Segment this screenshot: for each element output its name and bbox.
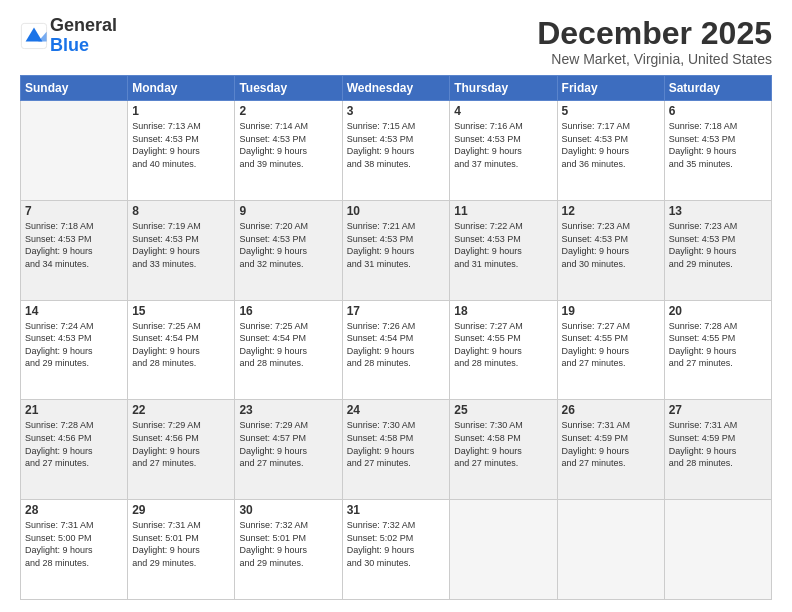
table-row: 10Sunrise: 7:21 AM Sunset: 4:53 PM Dayli… xyxy=(342,200,450,300)
table-row: 23Sunrise: 7:29 AM Sunset: 4:57 PM Dayli… xyxy=(235,400,342,500)
logo-icon xyxy=(20,22,48,50)
table-row: 21Sunrise: 7:28 AM Sunset: 4:56 PM Dayli… xyxy=(21,400,128,500)
calendar-week-row: 7Sunrise: 7:18 AM Sunset: 4:53 PM Daylig… xyxy=(21,200,772,300)
col-saturday: Saturday xyxy=(664,76,771,101)
day-number: 12 xyxy=(562,204,660,218)
table-row: 30Sunrise: 7:32 AM Sunset: 5:01 PM Dayli… xyxy=(235,500,342,600)
day-number: 13 xyxy=(669,204,767,218)
day-info: Sunrise: 7:31 AM Sunset: 4:59 PM Dayligh… xyxy=(669,419,767,469)
table-row: 7Sunrise: 7:18 AM Sunset: 4:53 PM Daylig… xyxy=(21,200,128,300)
day-number: 20 xyxy=(669,304,767,318)
day-info: Sunrise: 7:14 AM Sunset: 4:53 PM Dayligh… xyxy=(239,120,337,170)
table-row: 20Sunrise: 7:28 AM Sunset: 4:55 PM Dayli… xyxy=(664,300,771,400)
calendar-week-row: 28Sunrise: 7:31 AM Sunset: 5:00 PM Dayli… xyxy=(21,500,772,600)
day-info: Sunrise: 7:24 AM Sunset: 4:53 PM Dayligh… xyxy=(25,320,123,370)
table-row: 31Sunrise: 7:32 AM Sunset: 5:02 PM Dayli… xyxy=(342,500,450,600)
table-row: 1Sunrise: 7:13 AM Sunset: 4:53 PM Daylig… xyxy=(128,101,235,201)
day-number: 1 xyxy=(132,104,230,118)
day-info: Sunrise: 7:25 AM Sunset: 4:54 PM Dayligh… xyxy=(239,320,337,370)
col-sunday: Sunday xyxy=(21,76,128,101)
table-row: 15Sunrise: 7:25 AM Sunset: 4:54 PM Dayli… xyxy=(128,300,235,400)
day-info: Sunrise: 7:18 AM Sunset: 4:53 PM Dayligh… xyxy=(25,220,123,270)
table-row: 27Sunrise: 7:31 AM Sunset: 4:59 PM Dayli… xyxy=(664,400,771,500)
day-number: 19 xyxy=(562,304,660,318)
calendar-week-row: 1Sunrise: 7:13 AM Sunset: 4:53 PM Daylig… xyxy=(21,101,772,201)
table-row: 19Sunrise: 7:27 AM Sunset: 4:55 PM Dayli… xyxy=(557,300,664,400)
logo-general-text: General xyxy=(50,15,117,35)
day-number: 28 xyxy=(25,503,123,517)
calendar-table: Sunday Monday Tuesday Wednesday Thursday… xyxy=(20,75,772,600)
day-info: Sunrise: 7:27 AM Sunset: 4:55 PM Dayligh… xyxy=(454,320,552,370)
calendar-week-row: 21Sunrise: 7:28 AM Sunset: 4:56 PM Dayli… xyxy=(21,400,772,500)
table-row: 4Sunrise: 7:16 AM Sunset: 4:53 PM Daylig… xyxy=(450,101,557,201)
table-row: 28Sunrise: 7:31 AM Sunset: 5:00 PM Dayli… xyxy=(21,500,128,600)
table-row: 17Sunrise: 7:26 AM Sunset: 4:54 PM Dayli… xyxy=(342,300,450,400)
day-number: 8 xyxy=(132,204,230,218)
day-number: 9 xyxy=(239,204,337,218)
table-row xyxy=(21,101,128,201)
table-row: 25Sunrise: 7:30 AM Sunset: 4:58 PM Dayli… xyxy=(450,400,557,500)
day-number: 10 xyxy=(347,204,446,218)
day-info: Sunrise: 7:29 AM Sunset: 4:56 PM Dayligh… xyxy=(132,419,230,469)
table-row: 9Sunrise: 7:20 AM Sunset: 4:53 PM Daylig… xyxy=(235,200,342,300)
day-info: Sunrise: 7:22 AM Sunset: 4:53 PM Dayligh… xyxy=(454,220,552,270)
day-info: Sunrise: 7:13 AM Sunset: 4:53 PM Dayligh… xyxy=(132,120,230,170)
col-thursday: Thursday xyxy=(450,76,557,101)
day-info: Sunrise: 7:19 AM Sunset: 4:53 PM Dayligh… xyxy=(132,220,230,270)
day-number: 14 xyxy=(25,304,123,318)
day-number: 21 xyxy=(25,403,123,417)
table-row: 24Sunrise: 7:30 AM Sunset: 4:58 PM Dayli… xyxy=(342,400,450,500)
logo-blue-text: Blue xyxy=(50,35,89,55)
month-title: December 2025 xyxy=(537,16,772,51)
calendar-header-row: Sunday Monday Tuesday Wednesday Thursday… xyxy=(21,76,772,101)
table-row: 16Sunrise: 7:25 AM Sunset: 4:54 PM Dayli… xyxy=(235,300,342,400)
day-info: Sunrise: 7:15 AM Sunset: 4:53 PM Dayligh… xyxy=(347,120,446,170)
table-row: 2Sunrise: 7:14 AM Sunset: 4:53 PM Daylig… xyxy=(235,101,342,201)
day-info: Sunrise: 7:27 AM Sunset: 4:55 PM Dayligh… xyxy=(562,320,660,370)
day-info: Sunrise: 7:30 AM Sunset: 4:58 PM Dayligh… xyxy=(347,419,446,469)
day-info: Sunrise: 7:31 AM Sunset: 5:00 PM Dayligh… xyxy=(25,519,123,569)
day-info: Sunrise: 7:28 AM Sunset: 4:56 PM Dayligh… xyxy=(25,419,123,469)
col-monday: Monday xyxy=(128,76,235,101)
day-number: 18 xyxy=(454,304,552,318)
day-number: 24 xyxy=(347,403,446,417)
day-number: 7 xyxy=(25,204,123,218)
table-row xyxy=(450,500,557,600)
col-wednesday: Wednesday xyxy=(342,76,450,101)
table-row xyxy=(664,500,771,600)
day-number: 29 xyxy=(132,503,230,517)
day-info: Sunrise: 7:16 AM Sunset: 4:53 PM Dayligh… xyxy=(454,120,552,170)
day-info: Sunrise: 7:23 AM Sunset: 4:53 PM Dayligh… xyxy=(669,220,767,270)
day-info: Sunrise: 7:32 AM Sunset: 5:02 PM Dayligh… xyxy=(347,519,446,569)
day-number: 22 xyxy=(132,403,230,417)
page-header: General Blue December 2025 New Market, V… xyxy=(20,16,772,67)
day-number: 17 xyxy=(347,304,446,318)
table-row: 11Sunrise: 7:22 AM Sunset: 4:53 PM Dayli… xyxy=(450,200,557,300)
day-number: 4 xyxy=(454,104,552,118)
day-info: Sunrise: 7:30 AM Sunset: 4:58 PM Dayligh… xyxy=(454,419,552,469)
day-number: 31 xyxy=(347,503,446,517)
calendar-week-row: 14Sunrise: 7:24 AM Sunset: 4:53 PM Dayli… xyxy=(21,300,772,400)
day-number: 26 xyxy=(562,403,660,417)
table-row: 3Sunrise: 7:15 AM Sunset: 4:53 PM Daylig… xyxy=(342,101,450,201)
day-info: Sunrise: 7:21 AM Sunset: 4:53 PM Dayligh… xyxy=(347,220,446,270)
day-number: 5 xyxy=(562,104,660,118)
day-number: 11 xyxy=(454,204,552,218)
day-info: Sunrise: 7:29 AM Sunset: 4:57 PM Dayligh… xyxy=(239,419,337,469)
day-number: 15 xyxy=(132,304,230,318)
day-number: 23 xyxy=(239,403,337,417)
table-row: 26Sunrise: 7:31 AM Sunset: 4:59 PM Dayli… xyxy=(557,400,664,500)
title-block: December 2025 New Market, Virginia, Unit… xyxy=(537,16,772,67)
logo: General Blue xyxy=(20,16,117,56)
col-tuesday: Tuesday xyxy=(235,76,342,101)
table-row: 14Sunrise: 7:24 AM Sunset: 4:53 PM Dayli… xyxy=(21,300,128,400)
day-info: Sunrise: 7:31 AM Sunset: 5:01 PM Dayligh… xyxy=(132,519,230,569)
day-info: Sunrise: 7:25 AM Sunset: 4:54 PM Dayligh… xyxy=(132,320,230,370)
table-row: 29Sunrise: 7:31 AM Sunset: 5:01 PM Dayli… xyxy=(128,500,235,600)
day-info: Sunrise: 7:31 AM Sunset: 4:59 PM Dayligh… xyxy=(562,419,660,469)
location-title: New Market, Virginia, United States xyxy=(537,51,772,67)
table-row: 5Sunrise: 7:17 AM Sunset: 4:53 PM Daylig… xyxy=(557,101,664,201)
day-number: 2 xyxy=(239,104,337,118)
table-row: 18Sunrise: 7:27 AM Sunset: 4:55 PM Dayli… xyxy=(450,300,557,400)
table-row: 6Sunrise: 7:18 AM Sunset: 4:53 PM Daylig… xyxy=(664,101,771,201)
